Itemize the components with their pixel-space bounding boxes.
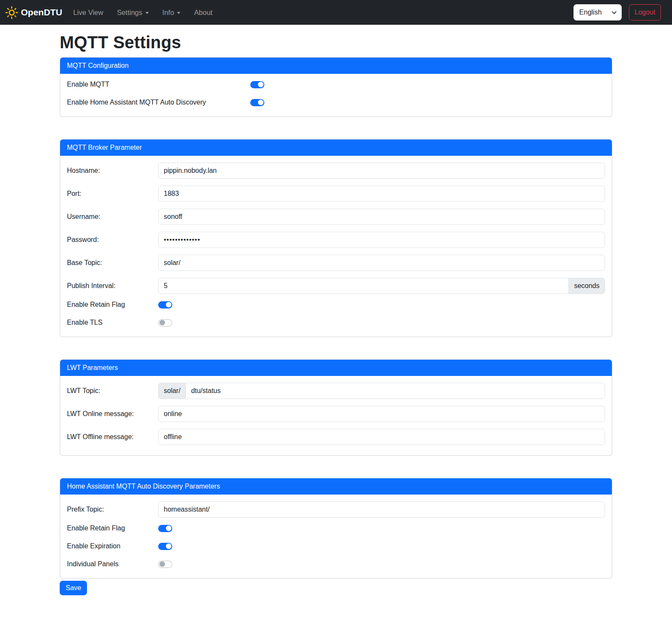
- individual-panels-row: Individual Panels: [67, 560, 605, 568]
- tls-toggle[interactable]: [158, 319, 172, 326]
- logout-button[interactable]: Logout: [629, 4, 661, 20]
- expiration-label: Enable Expiration: [67, 542, 158, 550]
- prefix-topic-row: Prefix Topic:: [67, 501, 605, 518]
- language-select[interactable]: English: [574, 4, 622, 20]
- password-label: Password:: [67, 236, 158, 244]
- enable-ha-discovery-row: Enable Home Assistant MQTT Auto Discover…: [67, 99, 605, 106]
- username-label: Username:: [67, 213, 158, 221]
- page-title: MQTT Settings: [60, 32, 612, 52]
- enable-mqtt-label: Enable MQTT: [67, 81, 250, 88]
- mqtt-broker-header: MQTT Broker Parameter: [60, 140, 612, 156]
- expiration-row: Enable Expiration: [67, 542, 605, 550]
- lwt-parameters-card: LWT Parameters LWT Topic: solar/ LWT Onl…: [60, 359, 612, 456]
- password-row: Password:: [67, 232, 605, 248]
- nav-item-settings[interactable]: Settings: [113, 5, 152, 20]
- ha-discovery-header: Home Assistant MQTT Auto Discovery Param…: [60, 478, 612, 495]
- chevron-down-icon: [145, 12, 149, 14]
- mqtt-configuration-card: MQTT Configuration Enable MQTT Enable Ho…: [60, 57, 612, 117]
- base-topic-input[interactable]: [158, 255, 605, 271]
- enable-ha-discovery-toggle[interactable]: [250, 99, 264, 106]
- chevron-down-icon: [612, 9, 617, 14]
- tls-row: Enable TLS: [67, 319, 605, 326]
- port-input[interactable]: [158, 186, 605, 202]
- chevron-down-icon: [177, 12, 180, 14]
- publish-interval-unit: seconds: [569, 278, 605, 294]
- lwt-online-row: LWT Online message:: [67, 406, 605, 422]
- nav-item-settings-label: Settings: [117, 9, 142, 17]
- main-container: MQTT Settings MQTT Configuration Enable …: [60, 32, 612, 606]
- lwt-online-label: LWT Online message:: [67, 410, 158, 418]
- hostname-row: Hostname:: [67, 163, 605, 179]
- lwt-topic-row: LWT Topic: solar/: [67, 383, 605, 399]
- lwt-topic-label: LWT Topic:: [67, 387, 158, 395]
- ha-retain-flag-label: Enable Retain Flag: [67, 524, 158, 532]
- lwt-topic-prefix: solar/: [158, 383, 185, 399]
- save-button[interactable]: Save: [60, 581, 87, 595]
- retain-flag-toggle[interactable]: [158, 301, 172, 309]
- tls-label: Enable TLS: [67, 319, 158, 326]
- lwt-online-input[interactable]: [158, 406, 605, 422]
- nav-menu: Live View Settings Info About: [70, 5, 574, 20]
- enable-ha-discovery-label: Enable Home Assistant MQTT Auto Discover…: [67, 99, 250, 106]
- nav-item-live-view-label: Live View: [73, 9, 103, 17]
- ha-discovery-card: Home Assistant MQTT Auto Discovery Param…: [60, 478, 612, 579]
- nav-item-info-label: Info: [162, 9, 174, 17]
- brand-label: OpenDTU: [21, 7, 62, 17]
- language-select-value: English: [579, 9, 602, 16]
- mqtt-broker-card: MQTT Broker Parameter Hostname: Port: Us…: [60, 139, 612, 337]
- publish-interval-row: Publish Interval: seconds: [67, 278, 605, 294]
- navbar-right: English Logout: [574, 4, 661, 20]
- base-topic-row: Base Topic:: [67, 255, 605, 271]
- publish-interval-label: Publish Interval:: [67, 282, 158, 290]
- hostname-input[interactable]: [158, 163, 605, 179]
- username-row: Username:: [67, 209, 605, 225]
- mqtt-configuration-header: MQTT Configuration: [60, 58, 612, 74]
- nav-item-about-label: About: [194, 9, 212, 17]
- lwt-topic-input[interactable]: [185, 383, 605, 399]
- nav-item-about[interactable]: About: [191, 5, 216, 20]
- top-navbar: OpenDTU Live View Settings Info About En…: [0, 0, 672, 25]
- password-input[interactable]: [158, 232, 605, 248]
- publish-interval-input[interactable]: [158, 278, 569, 294]
- prefix-topic-input[interactable]: [158, 501, 605, 518]
- enable-mqtt-toggle[interactable]: [250, 81, 264, 88]
- port-label: Port:: [67, 190, 158, 198]
- nav-item-live-view[interactable]: Live View: [70, 5, 107, 20]
- expiration-toggle[interactable]: [158, 543, 172, 550]
- enable-mqtt-row: Enable MQTT: [67, 81, 605, 88]
- lwt-offline-input[interactable]: [158, 429, 605, 445]
- retain-flag-label: Enable Retain Flag: [67, 301, 158, 309]
- base-topic-label: Base Topic:: [67, 259, 158, 267]
- individual-panels-toggle[interactable]: [158, 561, 172, 568]
- sun-icon: [5, 6, 18, 19]
- lwt-parameters-header: LWT Parameters: [60, 360, 612, 376]
- hostname-label: Hostname:: [67, 167, 158, 175]
- ha-retain-flag-row: Enable Retain Flag: [67, 524, 605, 532]
- lwt-offline-row: LWT Offline message:: [67, 429, 605, 445]
- prefix-topic-label: Prefix Topic:: [67, 506, 158, 513]
- port-row: Port:: [67, 186, 605, 202]
- individual-panels-label: Individual Panels: [67, 560, 158, 568]
- ha-retain-flag-toggle[interactable]: [158, 525, 172, 532]
- username-input[interactable]: [158, 209, 605, 225]
- retain-flag-row: Enable Retain Flag: [67, 301, 605, 309]
- nav-item-info[interactable]: Info: [159, 5, 184, 20]
- brand[interactable]: OpenDTU: [5, 6, 62, 19]
- lwt-offline-label: LWT Offline message:: [67, 433, 158, 441]
